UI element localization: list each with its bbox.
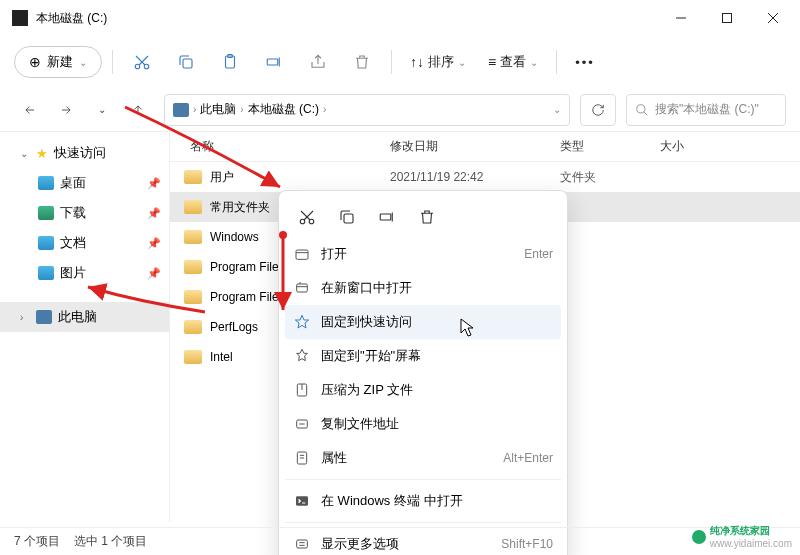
forward-button[interactable] [50,94,82,126]
sidebar-quick-access[interactable]: ⌄ ★ 快速访问 [0,138,169,168]
context-iconbar [285,197,561,237]
delete-icon[interactable] [343,44,381,80]
minimize-button[interactable] [658,2,704,34]
more-button[interactable]: ••• [567,55,603,70]
chevron-right-icon: › [193,104,196,115]
up-button[interactable] [122,94,154,126]
sort-button[interactable]: ↑↓排序⌄ [402,53,474,71]
pin-icon [293,348,311,364]
svg-rect-8 [183,59,192,68]
refresh-button[interactable] [580,94,616,126]
pin-icon: 📌 [147,207,161,220]
sidebar-label: 下载 [60,204,86,222]
chevron-right-icon: › [323,104,326,115]
star-icon: ★ [36,146,48,161]
window-icon [293,280,311,296]
folder-icon [184,260,202,274]
new-button[interactable]: ⊕ 新建 ⌄ [14,46,102,78]
paste-icon[interactable] [211,44,249,80]
rename-icon[interactable] [369,201,405,233]
pin-icon: 📌 [147,267,161,280]
col-type[interactable]: 类型 [560,138,660,155]
sidebar-label: 桌面 [60,174,86,192]
menu-pin-start[interactable]: 固定到"开始"屏幕 [285,339,561,373]
zip-icon [293,382,311,398]
terminal-icon [293,493,311,509]
search-input[interactable]: 搜索"本地磁盘 (C:)" [626,94,786,126]
view-button[interactable]: ≡查看⌄ [480,53,546,71]
sidebar-label: 图片 [60,264,86,282]
close-button[interactable] [750,2,796,34]
divider [556,50,557,74]
folder-icon [38,206,54,220]
toolbar: ⊕ 新建 ⌄ ↑↓排序⌄ ≡查看⌄ ••• [0,36,800,88]
sidebar-desktop[interactable]: 桌面 📌 [0,168,169,198]
divider [391,50,392,74]
logo-icon [692,530,706,544]
sidebar-label: 快速访问 [54,144,106,162]
divider [112,50,113,74]
sidebar-label: 此电脑 [58,308,97,326]
sidebar-label: 文档 [60,234,86,252]
sidebar-downloads[interactable]: 下载 📌 [0,198,169,228]
maximize-button[interactable] [704,2,750,34]
folder-icon [184,320,202,334]
window-title: 本地磁盘 (C:) [36,10,658,27]
share-icon[interactable] [299,44,337,80]
col-name[interactable]: 名称 [170,138,390,155]
chevron-down-icon: ⌄ [79,57,87,68]
chevron-down-icon: ⌄ [20,148,30,159]
back-button[interactable] [14,94,46,126]
menu-copy-path[interactable]: 复制文件地址 [285,407,561,441]
copypath-icon [293,416,311,432]
menu-properties[interactable]: 属性 Alt+Enter [285,441,561,475]
delete-icon[interactable] [409,201,445,233]
watermark: 纯净系统家园 www.yidaimei.com [692,524,792,549]
chevron-down-icon[interactable]: ⌄ [553,104,561,115]
svg-rect-23 [297,284,308,292]
folder-icon [184,170,202,184]
folder-icon [184,230,202,244]
drive-icon [12,10,28,26]
svg-rect-19 [344,214,353,223]
folder-icon [184,200,202,214]
svg-rect-11 [267,59,278,65]
rename-icon[interactable] [255,44,293,80]
col-date[interactable]: 修改日期 [390,138,560,155]
menu-separator [285,522,561,523]
menu-terminal[interactable]: 在 Windows 终端 中打开 [285,484,561,518]
folder-icon [38,236,54,250]
menu-pin-quick-access[interactable]: 固定到快速访问 [285,305,561,339]
sidebar-this-pc[interactable]: › 此电脑 [0,302,169,332]
menu-new-window[interactable]: 在新窗口中打开 [285,271,561,305]
svg-rect-1 [723,14,732,23]
cut-icon[interactable] [123,44,161,80]
menu-separator [285,479,561,480]
breadcrumb[interactable]: › 此电脑 › 本地磁盘 (C:) › ⌄ [164,94,570,126]
history-button[interactable]: ⌄ [86,94,118,126]
sidebar-documents[interactable]: 文档 📌 [0,228,169,258]
cut-icon[interactable] [289,201,325,233]
sidebar: ⌄ ★ 快速访问 桌面 📌 下载 📌 文档 📌 图片 📌 › 此电脑 [0,132,170,522]
new-label: 新建 [47,53,73,71]
folder-icon [184,290,202,304]
chevron-right-icon: › [240,104,243,115]
status-count: 7 个项目 [14,533,60,550]
svg-rect-20 [380,214,391,220]
chevron-right-icon: › [20,312,30,323]
menu-zip[interactable]: 压缩为 ZIP 文件 [285,373,561,407]
table-row[interactable]: 用户 2021/11/19 22:42 文件夹 [170,162,800,192]
sidebar-pictures[interactable]: 图片 📌 [0,258,169,288]
svg-line-14 [644,111,648,115]
search-icon [635,103,649,117]
svg-rect-31 [296,496,308,505]
crumb-root[interactable]: 此电脑 [200,101,236,118]
copy-icon[interactable] [167,44,205,80]
titlebar: 本地磁盘 (C:) [0,0,800,36]
properties-icon [293,450,311,466]
copy-icon[interactable] [329,201,365,233]
crumb-drive[interactable]: 本地磁盘 (C:) [248,101,319,118]
menu-open[interactable]: 打开 Enter [285,237,561,271]
col-size[interactable]: 大小 [660,138,740,155]
window-controls [658,2,796,34]
